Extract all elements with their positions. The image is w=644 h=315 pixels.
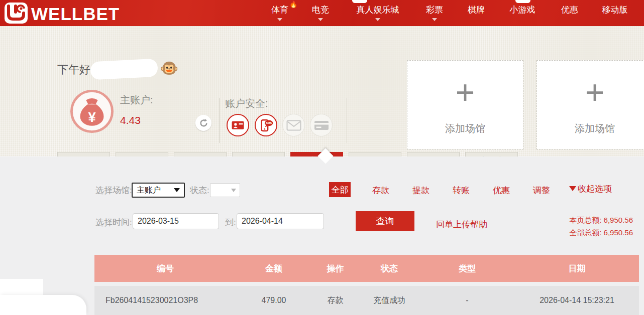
row-status: 充值成功	[359, 295, 419, 306]
nav-item-mobile[interactable]: 移动版	[602, 4, 628, 16]
page: WELLBET 体育 电竞 真人娱乐城 彩票 棋牌 小游戏 优惠 移动版 🔥 下…	[0, 0, 644, 315]
wellbet-logo[interactable]: WELLBET	[4, 2, 120, 26]
col-header-date: 日期	[515, 263, 639, 274]
category-deposit[interactable]: 存款	[372, 185, 389, 196]
venue-select[interactable]: 主账户	[132, 183, 185, 198]
nav-item-lottery[interactable]: 彩票	[426, 4, 443, 16]
row-date: 2026-04-14 15:23:21	[515, 296, 639, 305]
monkey-avatar: 🐵	[160, 59, 178, 77]
row-operation: 存款	[311, 295, 359, 306]
plus-icon: +	[407, 76, 523, 109]
logo-text: WELLBET	[31, 4, 120, 24]
refresh-icon	[199, 118, 208, 128]
chat-widget[interactable]	[0, 295, 86, 315]
id-card-icon[interactable]	[227, 114, 249, 136]
time-range-label: 选择时间:	[95, 217, 132, 228]
account-panel: 下午好 🐵 ¥ 主账户: 4.43 账户安全:	[0, 26, 644, 156]
nav-item-sports[interactable]: 体育	[271, 4, 288, 16]
chevron-down-icon	[318, 18, 323, 21]
row-type: -	[419, 296, 515, 305]
divider	[347, 98, 347, 143]
add-venue-label: 添加场馆	[407, 122, 523, 135]
chevron-down-icon	[277, 18, 282, 21]
chevron-down-icon	[174, 188, 180, 192]
venue-select-value: 主账户	[137, 185, 161, 196]
category-withdraw[interactable]: 提款	[412, 185, 430, 196]
new-badge	[515, 0, 530, 3]
col-header-id: 编号	[94, 263, 236, 274]
receipt-upload-help-link[interactable]: 回单上传帮助	[436, 219, 487, 230]
col-header-amount: 金额	[236, 263, 311, 274]
nav-item-promotions[interactable]: 优惠	[561, 4, 578, 16]
add-venue-label: 添加场馆	[537, 122, 644, 135]
collapse-options-link[interactable]: 收起选项	[569, 183, 612, 195]
table-row: Fb26041415230021O3P8 479.00 存款 充值成功 - 20…	[94, 286, 639, 315]
divider	[219, 98, 220, 143]
page-total: 本页总额: 6,950.56	[569, 214, 633, 226]
nav-item-live-casino[interactable]: 真人娱乐城	[357, 4, 399, 16]
col-header-operation: 操作	[311, 263, 359, 274]
row-amount: 479.00	[236, 296, 311, 305]
nav-item-esports[interactable]: 电竞	[312, 4, 329, 16]
nav-item-mini-games[interactable]: 小游戏	[510, 4, 535, 16]
plus-icon: +	[537, 76, 644, 109]
svg-text:¥: ¥	[88, 109, 96, 125]
query-button[interactable]: 查询	[356, 211, 414, 231]
row-id: Fb26041415230021O3P8	[94, 296, 236, 305]
triangle-down-icon	[569, 186, 576, 191]
grand-total-value: 6,950.56	[604, 228, 633, 237]
grand-total-label: 全部总额:	[569, 228, 601, 237]
add-venue-button[interactable]: + 添加场馆	[536, 60, 644, 149]
collapse-options-label: 收起选项	[578, 183, 612, 195]
chevron-down-icon	[231, 189, 236, 192]
to-label: 到:	[225, 217, 236, 228]
status-select[interactable]	[210, 183, 240, 197]
email-icon[interactable]	[282, 114, 305, 136]
flame-icon: 🔥	[289, 1, 297, 8]
totals: 本页总额: 6,950.56 全部总额: 6,950.56	[569, 214, 633, 239]
sms-phone-icon[interactable]: SMS	[255, 114, 277, 136]
new-badge	[352, 0, 367, 3]
category-promo[interactable]: 优惠	[493, 185, 510, 196]
wellbet-logo-icon	[4, 2, 28, 26]
col-header-status: 状态	[359, 263, 419, 274]
add-venue-button[interactable]: + 添加场馆	[407, 60, 523, 149]
account-balance: 4.43	[120, 114, 141, 126]
svg-text:SMS: SMS	[266, 121, 272, 124]
status-select-label: 状态:	[190, 185, 209, 196]
chevron-down-icon	[375, 18, 380, 21]
nav-item-board-games[interactable]: 棋牌	[468, 4, 485, 16]
venue-select-label: 选择场馆:	[95, 185, 132, 196]
refresh-balance-button[interactable]	[195, 115, 211, 131]
category-adjust[interactable]: 调整	[533, 185, 550, 196]
date-from-input[interactable]	[133, 213, 219, 229]
redacted-username	[90, 59, 158, 80]
category-transfer[interactable]: 转账	[453, 185, 470, 196]
grand-total: 全部总额: 6,950.56	[569, 226, 633, 239]
page-total-value: 6,950.56	[604, 216, 633, 224]
greeting-text: 下午好	[57, 62, 90, 77]
history-section: 选择场馆: 主账户 状态: 全部 存款 提款 转账 优惠 调整 收起选项 选择时…	[0, 156, 644, 315]
money-bag-icon: ¥	[70, 89, 114, 135]
bank-card-icon[interactable]	[310, 114, 333, 136]
history-table-header: 编号 金额 操作 状态 类型 日期	[94, 255, 639, 282]
col-header-type: 类型	[419, 263, 515, 274]
category-all[interactable]: 全部	[329, 182, 351, 197]
page-total-label: 本页总额:	[569, 216, 601, 224]
account-security-label: 账户安全:	[225, 97, 268, 110]
chevron-down-icon	[432, 18, 437, 21]
top-navbar: WELLBET 体育 电竞 真人娱乐城 彩票 棋牌 小游戏 优惠 移动版 🔥	[0, 0, 644, 26]
main-account-label: 主账户:	[120, 93, 153, 107]
date-to-input[interactable]	[237, 213, 324, 229]
